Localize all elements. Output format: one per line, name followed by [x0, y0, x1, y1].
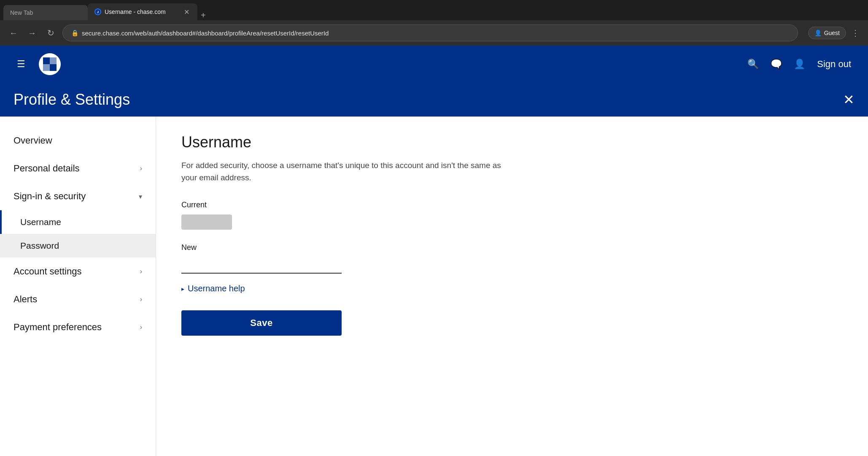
alerts-chevron-icon: › — [140, 296, 142, 303]
lock-icon: 🔒 — [71, 30, 78, 36]
chase-logo-icon — [42, 57, 57, 72]
chase-app: ☰ 🔍 🗨️ 👤 Sign out Profile & Settings ✕ — [0, 46, 868, 456]
back-button[interactable]: ← — [7, 26, 20, 40]
reload-button[interactable]: ↻ — [44, 26, 57, 40]
save-button[interactable]: Save — [181, 310, 342, 336]
chase-favicon-icon: J — [95, 9, 100, 14]
svg-rect-5 — [50, 64, 57, 71]
sidebar-item-sign-in-security[interactable]: Sign-in & security ▾ — [0, 182, 156, 210]
svg-text:J: J — [97, 10, 99, 14]
sidebar-item-overview-label: Overview — [13, 135, 52, 146]
message-icon[interactable]: 🗨️ — [771, 59, 782, 70]
username-help-toggle[interactable]: ▸ Username help — [181, 284, 843, 293]
sidebar-subitem-username-label: Username — [20, 217, 61, 227]
content-title: Username — [181, 133, 843, 151]
sidebar-item-alerts-label: Alerts — [13, 294, 37, 305]
chase-header: ☰ 🔍 🗨️ 👤 Sign out — [0, 46, 868, 83]
sidebar-item-account-settings-label: Account settings — [13, 266, 81, 277]
personal-details-chevron-icon: › — [140, 165, 142, 172]
chase-logo — [39, 53, 61, 75]
sidebar-subitem-password-label: Password — [20, 241, 59, 251]
browser-tabs: New Tab J Username - chase.com ✕ + — [0, 0, 868, 20]
sidebar-item-account-settings[interactable]: Account settings › — [0, 258, 156, 285]
address-bar[interactable]: 🔒 secure.chase.com/web/auth/dashboard#/d… — [62, 24, 798, 41]
sign-in-security-chevron-icon: ▾ — [139, 193, 142, 201]
username-help-arrow-icon: ▸ — [181, 285, 184, 292]
sidebar-item-payment-preferences[interactable]: Payment preferences › — [0, 313, 156, 341]
main-content: Username For added security, choose a us… — [156, 117, 868, 456]
panel-header: Profile & Settings ✕ — [0, 83, 868, 117]
payment-preferences-chevron-icon: › — [140, 323, 142, 331]
panel-title: Profile & Settings — [13, 91, 130, 109]
sidebar-item-personal-details[interactable]: Personal details › — [0, 155, 156, 182]
hamburger-menu-button[interactable]: ☰ — [17, 59, 25, 70]
sidebar-item-personal-details-label: Personal details — [13, 163, 80, 174]
browser-right: 👤 Guest ⋮ — [808, 26, 861, 40]
guest-icon: 👤 — [814, 30, 822, 36]
new-username-label: New — [181, 243, 843, 252]
sign-out-button[interactable]: Sign out — [817, 59, 851, 70]
browser-toolbar: ← → ↻ 🔒 secure.chase.com/web/auth/dashbo… — [0, 20, 868, 46]
new-username-input[interactable] — [181, 257, 342, 274]
account-settings-chevron-icon: › — [140, 268, 142, 275]
current-username-section: Current — [181, 201, 843, 230]
new-tab-button[interactable]: + — [201, 11, 206, 20]
inactive-tab[interactable]: New Tab — [3, 5, 88, 20]
active-tab[interactable]: J Username - chase.com ✕ — [88, 3, 197, 20]
address-text: secure.chase.com/web/auth/dashboard#/das… — [82, 30, 329, 37]
svg-rect-4 — [43, 64, 50, 71]
search-icon[interactable]: 🔍 — [747, 59, 759, 70]
sidebar-subitem-password[interactable]: Password — [0, 234, 156, 258]
sidebar-submenu-sign-in-security: Username Password — [0, 210, 156, 258]
sidebar-item-payment-preferences-label: Payment preferences — [13, 322, 102, 333]
guest-label: Guest — [824, 30, 840, 36]
sidebar-item-overview[interactable]: Overview — [0, 127, 156, 155]
current-username-label: Current — [181, 201, 843, 209]
username-help-label: Username help — [188, 284, 245, 293]
sidebar-subitem-username[interactable]: Username — [0, 210, 156, 234]
guest-button[interactable]: 👤 Guest — [808, 27, 846, 39]
browser-menu-button[interactable]: ⋮ — [849, 26, 861, 40]
new-username-section: New — [181, 243, 843, 274]
content-description: For added security, choose a username th… — [181, 160, 519, 184]
svg-rect-3 — [50, 57, 57, 64]
profile-panel: Profile & Settings ✕ Overview Personal d… — [0, 83, 868, 456]
active-tab-label: Username - chase.com — [105, 8, 166, 15]
header-icons: 🔍 🗨️ 👤 Sign out — [747, 59, 851, 70]
forward-button[interactable]: → — [25, 26, 39, 40]
svg-rect-2 — [43, 57, 50, 64]
current-username-value — [181, 214, 232, 230]
browser-chrome: New Tab J Username - chase.com ✕ + ← → ↻… — [0, 0, 868, 46]
account-icon[interactable]: 👤 — [794, 59, 805, 70]
panel-close-button[interactable]: ✕ — [843, 92, 855, 108]
sidebar: Overview Personal details › Sign-in & se… — [0, 117, 156, 456]
sidebar-item-alerts[interactable]: Alerts › — [0, 285, 156, 313]
inactive-tab-label: New Tab — [10, 9, 33, 16]
panel-body: Overview Personal details › Sign-in & se… — [0, 117, 868, 456]
sidebar-item-sign-in-security-label: Sign-in & security — [13, 191, 86, 202]
close-tab-button[interactable]: ✕ — [182, 8, 191, 16]
tab-favicon: J — [94, 8, 101, 15]
